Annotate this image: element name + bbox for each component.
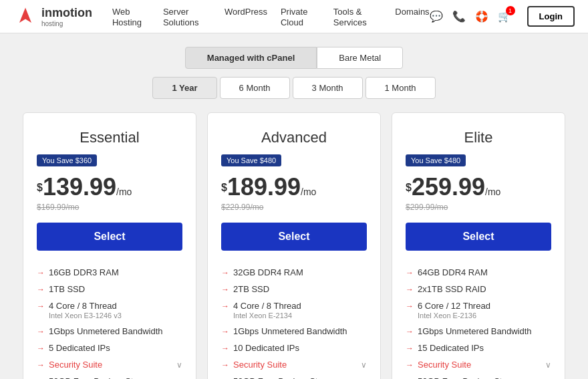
elite-select-button[interactable]: Select	[406, 223, 551, 251]
list-item: →1Gbps Unmetered Bandwidth	[221, 323, 367, 340]
svg-marker-0	[19, 7, 31, 23]
list-item: →2TB SSD	[221, 281, 367, 297]
plan-essential: Essential You Save $360 $139.99/mo $169.…	[23, 112, 196, 379]
security-suite-link[interactable]: Security Suite	[49, 360, 102, 370]
advanced-price-main: 189.99	[227, 173, 301, 201]
arrow-icon: →	[406, 327, 414, 336]
arrow-icon: →	[221, 285, 229, 294]
list-item: →50GB Free Backup Storage	[37, 373, 182, 379]
security-suite-link[interactable]: Security Suite	[418, 360, 471, 370]
cart-icon[interactable]: 🛒 1	[498, 10, 511, 23]
list-item: →4 Core / 8 ThreadIntel Xeon E-2134	[221, 297, 367, 323]
essential-save-badge: You Save $360	[37, 154, 97, 166]
chevron-down-icon: ∨	[361, 360, 367, 370]
period-1year-top[interactable]: 1 Year	[152, 77, 216, 99]
nav-server-solutions[interactable]: Server Solutions	[163, 7, 198, 27]
list-item: →4 Core / 8 ThreadIntel Xeon E3-1246 v3	[37, 297, 182, 323]
arrow-icon: →	[37, 268, 45, 277]
advanced-price-sup: $	[221, 182, 227, 193]
essential-select-button[interactable]: Select	[37, 223, 182, 251]
advanced-price-area: $189.99/mo $229.99/mo	[221, 173, 367, 212]
arrow-icon: →	[406, 301, 414, 311]
list-item: →5 Dedicated IPs	[37, 340, 182, 356]
elite-price-original: $299.99/mo	[406, 203, 551, 212]
elite-save-badge: You Save $480	[406, 154, 466, 166]
list-item: →6 Core / 12 ThreadIntel Xeon E-2136	[406, 297, 551, 323]
support-icon[interactable]: 🛟	[475, 10, 488, 23]
list-item: →32GB DDR4 RAM	[221, 264, 367, 281]
cpu-sub: Intel Xeon E-2136	[418, 311, 490, 320]
nav-wordpress[interactable]: WordPress	[225, 7, 267, 17]
advanced-features: →32GB DDR4 RAM →2TB SSD →4 Core / 8 Thre…	[221, 264, 367, 379]
arrow-icon: →	[37, 301, 45, 311]
period-1month-top[interactable]: 1 Month	[365, 77, 436, 99]
plan-cards: Essential You Save $360 $139.99/mo $169.…	[13, 112, 575, 379]
list-item: →16GB DDR3 RAM	[37, 264, 182, 281]
logo-svg	[13, 5, 37, 29]
list-item: →50GB Free Backup Storage	[221, 373, 367, 379]
plan-elite: Elite You Save $480 $259.99/mo $299.99/m…	[392, 112, 565, 379]
tab-bare-metal[interactable]: Bare Metal	[317, 47, 403, 69]
arrow-icon: →	[221, 301, 229, 311]
tab-managed-cpanel[interactable]: Managed with cPanel	[185, 47, 317, 69]
cpu-sub: Intel Xeon E3-1246 v3	[49, 311, 122, 320]
advanced-price-period: /mo	[301, 186, 316, 197]
elite-price-sup: $	[406, 182, 412, 193]
chevron-down-icon: ∨	[176, 360, 182, 370]
security-suite-link[interactable]: Security Suite	[233, 360, 287, 370]
advanced-select-button[interactable]: Select	[221, 223, 367, 251]
period-6month-top[interactable]: 6 Month	[220, 77, 290, 99]
list-item: → Security Suite ∨	[37, 356, 182, 373]
plan-type-tabs: Managed with cPanel Bare Metal	[13, 47, 575, 69]
plan-advanced: Advanced You Save $480 $189.99/mo $229.9…	[207, 112, 381, 379]
list-item: →1Gbps Unmetered Bandwidth	[406, 323, 551, 340]
login-button[interactable]: Login	[527, 6, 575, 27]
list-item: →10 Dedicated IPs	[221, 340, 367, 356]
chat-icon[interactable]: 💬	[430, 10, 443, 23]
chevron-down-icon: ∨	[545, 360, 551, 370]
essential-title: Essential	[37, 129, 182, 146]
essential-price-original: $169.99/mo	[37, 203, 182, 212]
cpu-sub: Intel Xeon E-2134	[233, 311, 301, 320]
nav-tools-services[interactable]: Tools & Services	[333, 7, 367, 27]
list-item: →15 Dedicated IPs	[406, 340, 551, 356]
logo: inmotion hosting	[13, 5, 92, 29]
advanced-save-badge: You Save $480	[221, 154, 281, 166]
arrow-icon: →	[406, 285, 414, 294]
nav-web-hosting[interactable]: Web Hosting	[112, 7, 142, 27]
phone-icon[interactable]: 📞	[452, 10, 466, 23]
list-item: → Security Suite ∨	[406, 356, 551, 373]
navbar: inmotion hosting Web Hosting Server Solu…	[0, 0, 588, 33]
list-item: → Security Suite ∨	[221, 356, 367, 373]
list-item: →64GB DDR4 RAM	[406, 264, 551, 281]
logo-text: inmotion	[41, 6, 92, 20]
nav-private-cloud[interactable]: Private Cloud	[281, 7, 307, 27]
list-item: →1TB SSD	[37, 281, 182, 297]
elite-price-main: 259.99	[412, 173, 485, 201]
arrow-icon: →	[221, 268, 229, 277]
essential-price-main: 139.99	[43, 173, 116, 201]
arrow-icon: →	[37, 360, 45, 370]
security-suite-row: Security Suite ∨	[233, 360, 367, 370]
advanced-title: Advanced	[221, 129, 367, 146]
nav-domains[interactable]: Domains	[395, 7, 429, 17]
cart-badge: 1	[506, 6, 515, 15]
list-item: →50GB Free Backup Storage	[406, 373, 551, 379]
elite-price-period: /mo	[485, 186, 500, 197]
arrow-icon: →	[221, 360, 229, 370]
nav-icons: 💬 📞 🛟 🛒 1 Login	[430, 6, 575, 27]
arrow-icon: →	[221, 344, 229, 353]
essential-features: →16GB DDR3 RAM →1TB SSD →4 Core / 8 Thre…	[37, 264, 182, 379]
logo-sub: hosting	[41, 20, 92, 27]
period-selector-top: 1 Year 6 Month 3 Month 1 Month	[13, 77, 575, 99]
elite-title: Elite	[406, 129, 551, 146]
essential-price-period: /mo	[116, 186, 132, 197]
elite-features: →64GB DDR4 RAM →2x1TB SSD RAID →6 Core /…	[406, 264, 551, 379]
period-3month-top[interactable]: 3 Month	[293, 77, 363, 99]
arrow-icon: →	[37, 285, 45, 294]
essential-price-sup: $	[37, 182, 43, 193]
arrow-icon: →	[37, 344, 45, 353]
arrow-icon: →	[406, 360, 414, 370]
arrow-icon: →	[221, 327, 229, 336]
nav-links: Web Hosting Server Solutions WordPress P…	[112, 6, 430, 27]
